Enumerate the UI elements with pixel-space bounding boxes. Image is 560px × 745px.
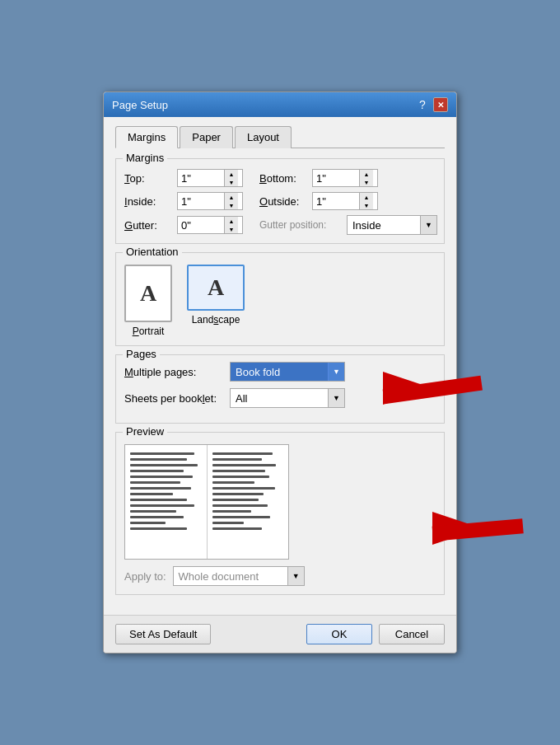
outside-spinner-btns: ▲ ▼ [359,193,373,209]
top-spinner-btns: ▲ ▼ [224,170,238,186]
bottom-bar: Set As Default OK Cancel [104,615,456,653]
close-button[interactable]: ✕ [433,97,448,112]
ok-cancel-group: OK Cancel [306,624,445,644]
gutter-spinner-btns: ▲ ▼ [224,217,238,233]
tabs-container: Margins Paper Layout [115,125,445,148]
tab-layout[interactable]: Layout [235,126,292,148]
margins-grid: Top: ▲ ▼ Bottom: [124,169,436,235]
gutter-input[interactable] [178,218,224,233]
portrait-label: Portrait [133,326,165,337]
sheets-value: All [231,391,328,406]
orientation-options: A Portrait A Landscape [124,265,436,337]
page-setup-dialog: Page Setup ? ✕ Margins Paper Layout Marg… [103,91,457,654]
multiple-pages-value: Book fold [231,364,328,380]
title-bar-controls: ? ✕ [415,97,448,112]
inside-up-btn[interactable]: ▲ [225,193,238,201]
margins-section: Margins Top: ▲ ▼ [115,158,445,244]
preview-section: Preview [115,432,445,595]
bottom-input[interactable] [313,171,359,186]
title-bar: Page Setup ? ✕ [104,92,456,117]
bottom-spinner[interactable]: ▲ ▼ [312,169,378,187]
gutter-pos-field-row: Gutter position: Inside ▼ [259,215,437,235]
landscape-label: Landscape [192,314,240,326]
gutter-pos-arrow[interactable]: ▼ [420,216,436,234]
inside-label: Inside: [124,195,172,208]
gutter-pos-value: Inside [348,218,420,233]
help-button[interactable]: ? [415,97,430,112]
gutter-up-btn[interactable]: ▲ [225,217,238,225]
top-up-btn[interactable]: ▲ [225,170,238,178]
outside-down-btn[interactable]: ▼ [360,201,373,209]
preview-right-page [208,445,289,559]
apply-label: Apply to: [124,570,166,583]
outside-up-btn[interactable]: ▲ [360,193,373,201]
landscape-letter: A [208,276,224,299]
top-label: Top: [124,172,172,185]
multiple-pages-arrow[interactable]: ▼ [328,363,344,381]
multiple-pages-row: Multiple pages: Book fold ▼ [124,362,436,382]
bottom-up-btn[interactable]: ▲ [360,170,373,178]
sheets-arrow[interactable]: ▼ [328,389,344,407]
preview-left-page [125,445,208,559]
tab-margins[interactable]: Margins [115,126,178,148]
sheets-row: Sheets per booklet: All ▼ [124,388,436,408]
portrait-icon: A [124,265,172,322]
bottom-down-btn[interactable]: ▼ [360,178,373,186]
pages-section-title: Pages [123,348,160,360]
gutter-down-btn[interactable]: ▼ [225,225,238,233]
ok-button[interactable]: OK [306,624,372,644]
gutter-pos-dropdown[interactable]: Inside ▼ [347,215,437,235]
apply-arrow[interactable]: ▼ [287,567,304,585]
bottom-label: Bottom: [259,172,307,185]
outside-label: Outside: [259,195,307,208]
orientation-section: Orientation A Portrait A Landsca [115,252,445,346]
set-default-button[interactable]: Set As Default [115,624,211,644]
preview-box [124,444,289,560]
tab-paper[interactable]: Paper [180,126,233,148]
sheets-label: Sheets per booklet: [124,392,223,405]
top-spinner[interactable]: ▲ ▼ [177,169,243,187]
outside-field-row: Outside: ▲ ▼ [259,192,437,210]
preview-section-title: Preview [123,425,167,438]
top-down-btn[interactable]: ▼ [225,178,238,186]
apply-row: Apply to: Whole document ▼ [124,566,436,586]
top-input[interactable] [178,171,224,186]
dialog-title: Page Setup [112,99,168,111]
cancel-button[interactable]: Cancel [379,624,445,644]
inside-field-row: Inside: ▲ ▼ [124,192,243,210]
inside-down-btn[interactable]: ▼ [225,201,238,209]
outside-input[interactable] [313,194,359,209]
landscape-option[interactable]: A Landscape [187,265,245,326]
apply-dropdown[interactable]: Whole document ▼ [173,566,305,586]
portrait-letter: A [140,282,156,305]
gutter-pos-label: Gutter position: [259,219,342,231]
gutter-spinner[interactable]: ▲ ▼ [177,216,243,234]
margins-section-title: Margins [123,152,167,164]
gutter-field-row: Gutter: ▲ ▼ [124,215,243,235]
dialog-body: Margins Paper Layout Margins Top: ▲ [104,117,456,615]
inside-spinner-btns: ▲ ▼ [224,193,238,209]
apply-value: Whole document [174,569,287,584]
sheets-dropdown[interactable]: All ▼ [230,388,345,408]
pages-section: Pages Multiple pages: Book fold ▼ Sheets… [115,354,445,424]
landscape-icon: A [187,265,245,311]
orientation-section-title: Orientation [123,246,182,258]
inside-spinner[interactable]: ▲ ▼ [177,192,243,210]
gutter-label: Gutter: [124,219,172,232]
multiple-pages-dropdown[interactable]: Book fold ▼ [230,362,345,382]
portrait-option[interactable]: A Portrait [124,265,172,337]
inside-input[interactable] [178,194,224,209]
multiple-pages-label: Multiple pages: [124,366,223,378]
bottom-spinner-btns: ▲ ▼ [359,170,373,186]
outside-spinner[interactable]: ▲ ▼ [312,192,378,210]
top-field-row: Top: ▲ ▼ [124,169,243,187]
bottom-field-row: Bottom: ▲ ▼ [259,169,437,187]
